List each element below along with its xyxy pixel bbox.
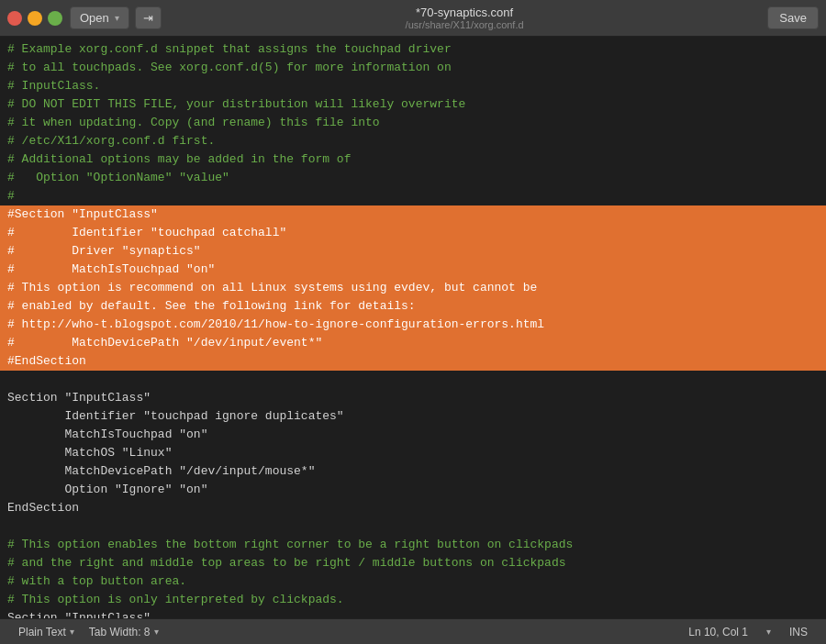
editor-line: MatchIsTouchpad "on" <box>0 426 826 444</box>
editor-line: # and the right and middle top areas to … <box>0 554 826 572</box>
editor-line: # This option is recommend on all Linux … <box>0 279 826 297</box>
position-label: Ln 10, Col 1 <box>688 626 748 638</box>
insert-mode: INS <box>782 626 815 638</box>
editor-line: # MatchDevicePath "/dev/input/event*" <box>0 334 826 352</box>
maximize-button[interactable] <box>48 11 62 26</box>
editor-line: # This option is only interpreted by cli… <box>0 591 826 609</box>
chevron-down-icon: ▾ <box>70 627 74 637</box>
editor-line: MatchOS "Linux" <box>0 444 826 462</box>
open-button[interactable]: Open ▾ <box>70 6 129 29</box>
editor-line: # Example xorg.conf.d snippet that assig… <box>0 40 826 59</box>
editor-line: EndSection <box>0 499 826 517</box>
editor-line: Option "Ignore" "on" <box>0 481 826 499</box>
tab-width-label: Tab Width: 8 <box>89 626 151 638</box>
language-label: Plain Text <box>18 626 66 638</box>
editor-line: Identifier "touchpad ignore duplicates" <box>0 407 826 426</box>
statusbar: Plain Text ▾ Tab Width: 8 ▾ Ln 10, Col 1… <box>0 618 826 644</box>
titlebar: Open ▾ ⇥ *70-synaptics.conf /usr/share/X… <box>0 0 826 37</box>
editor-line: # /etc/X11/xorg.conf.d first. <box>0 132 826 150</box>
minimize-button[interactable] <box>28 11 42 26</box>
editor-line: Section "InputClass" <box>0 609 826 618</box>
chevron-down-icon: ▾ <box>154 627 159 637</box>
file-title: *70-synaptics.conf <box>416 6 513 19</box>
export-icon: ⇥ <box>143 11 153 25</box>
tab-width-selector[interactable]: Tab Width: 8 ▾ <box>82 626 166 638</box>
editor-line: #EndSection <box>0 352 826 371</box>
editor-line: # http://who-t.blogspot.com/2010/11/how-… <box>0 316 826 334</box>
editor-line: # it when updating. Copy (and rename) th… <box>0 114 826 132</box>
editor-line: # to all touchpads. See xorg.conf.d(5) f… <box>0 59 826 77</box>
editor-line: # Driver "synaptics" <box>0 242 826 261</box>
mode-selector[interactable]: ▾ <box>759 627 778 637</box>
editor-line: MatchDevicePath "/dev/input/mouse*" <box>0 462 826 481</box>
window-controls <box>7 11 62 26</box>
editor-line: # MatchIsTouchpad "on" <box>0 261 826 279</box>
window-title: *70-synaptics.conf /usr/share/X11/xorg.c… <box>162 6 768 30</box>
save-button[interactable]: Save <box>767 6 819 29</box>
editor-line: # Identifier "touchpad catchall" <box>0 224 826 242</box>
editor-line: Section "InputClass" <box>0 389 826 407</box>
editor-line: # Additional options may be added in the… <box>0 150 826 169</box>
editor-line: # InputClass. <box>0 77 826 95</box>
status-right: Ln 10, Col 1 ▾ INS <box>681 626 815 638</box>
ins-label: INS <box>789 626 808 638</box>
open-label: Open <box>80 11 109 25</box>
cursor-position: Ln 10, Col 1 <box>681 626 755 638</box>
editor-line <box>0 517 826 536</box>
file-path: /usr/share/X11/xorg.conf.d <box>162 19 768 30</box>
editor-line: #Section "InputClass" <box>0 205 826 224</box>
editor-area[interactable]: # Example xorg.conf.d snippet that assig… <box>0 37 826 618</box>
editor-line: # with a top button area. <box>0 572 826 591</box>
chevron-down-icon: ▾ <box>115 13 119 23</box>
export-button[interactable]: ⇥ <box>135 6 162 29</box>
language-selector[interactable]: Plain Text ▾ <box>11 626 82 638</box>
editor-line: # DO NOT EDIT THIS FILE, your distributi… <box>0 95 826 114</box>
editor-line: # This option enables the bottom right c… <box>0 536 826 554</box>
editor-line: # Option "OptionName" "value" <box>0 169 826 187</box>
close-button[interactable] <box>7 11 22 26</box>
editor-line: # <box>0 187 826 205</box>
chevron-down-icon: ▾ <box>766 627 771 637</box>
editor-line: # enabled by default. See the following … <box>0 297 826 316</box>
editor-line <box>0 371 826 389</box>
